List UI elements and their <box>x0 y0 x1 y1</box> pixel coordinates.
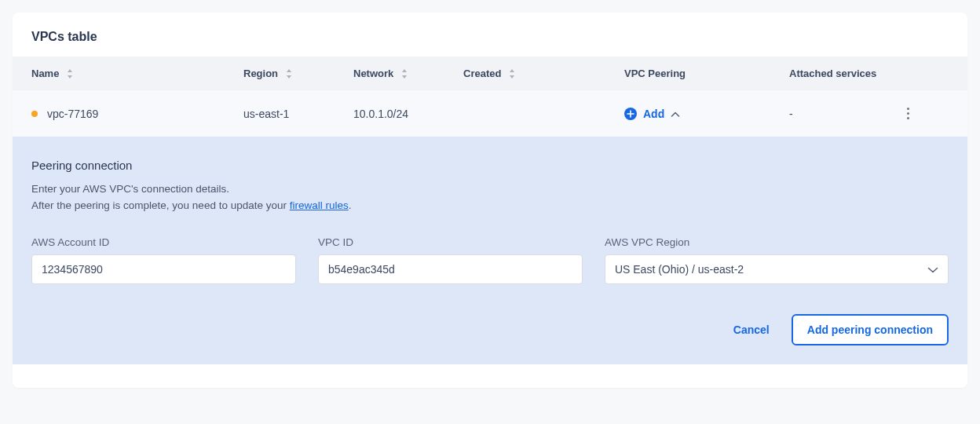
cell-network: 10.0.1.0/24 <box>342 95 452 133</box>
footer-space <box>13 364 967 388</box>
panel-desc-line1: Enter your AWS VPC's connection details. <box>31 183 229 195</box>
aws-account-id-label: AWS Account ID <box>31 236 296 248</box>
aws-account-id-input[interactable] <box>31 254 296 284</box>
peering-panel: Peering connection Enter your AWS VPC's … <box>13 137 967 364</box>
vpc-id-label: VPC ID <box>318 236 583 248</box>
col-created-label: Created <box>463 68 501 79</box>
col-peering-label: VPC Peering <box>624 68 686 79</box>
col-region[interactable]: Region <box>232 57 342 90</box>
sort-icon <box>509 69 515 79</box>
col-name[interactable]: Name <box>13 57 232 90</box>
vpcs-card: VPCs table Name Region Network <box>13 13 967 388</box>
cell-attached: - <box>778 95 892 133</box>
sort-icon <box>401 69 408 79</box>
chevron-up-icon <box>671 108 680 120</box>
aws-account-id-field: AWS Account ID <box>31 236 296 284</box>
cell-region: us-east-1 <box>232 95 342 133</box>
vpc-id-input[interactable] <box>318 254 583 284</box>
aws-region-label: AWS VPC Region <box>605 236 949 248</box>
table-row: vpc-77169 us-east-1 10.0.1.0/24 Add - <box>13 90 967 137</box>
cell-created <box>452 101 613 126</box>
col-peering: VPC Peering <box>613 57 778 90</box>
col-name-label: Name <box>31 68 59 79</box>
vpc-id-field: VPC ID <box>318 236 583 284</box>
col-actions <box>892 63 939 85</box>
panel-desc-line2-prefix: After the peering is complete, you need … <box>31 199 290 211</box>
status-dot-icon <box>31 111 38 117</box>
add-peering-button[interactable]: Add <box>624 108 680 120</box>
col-created[interactable]: Created <box>452 57 613 90</box>
cell-name: vpc-77169 <box>47 108 98 120</box>
add-label: Add <box>643 108 664 120</box>
panel-description: Enter your AWS VPC's connection details.… <box>31 181 949 214</box>
sort-icon <box>67 69 73 79</box>
add-peering-connection-button[interactable]: Add peering connection <box>792 314 949 345</box>
firewall-rules-link[interactable]: firewall rules <box>290 199 349 211</box>
col-region-label: Region <box>243 68 278 79</box>
card-title: VPCs table <box>13 13 967 57</box>
panel-desc-line2-suffix: . <box>349 199 352 211</box>
aws-region-field: AWS VPC Region US East (Ohio) / us-east-… <box>605 236 949 284</box>
plus-circle-icon <box>624 108 637 120</box>
sort-icon <box>286 69 292 79</box>
table-header: Name Region Network <box>13 57 967 90</box>
cancel-button[interactable]: Cancel <box>733 323 770 336</box>
chevron-down-icon <box>927 263 938 276</box>
col-attached: Attached services <box>778 57 892 90</box>
aws-region-select[interactable]: US East (Ohio) / us-east-2 <box>605 254 949 284</box>
row-menu-button[interactable] <box>902 103 914 124</box>
col-attached-label: Attached services <box>789 68 876 79</box>
vpcs-table: Name Region Network <box>13 57 967 388</box>
aws-region-value: US East (Ohio) / us-east-2 <box>615 263 744 276</box>
col-network[interactable]: Network <box>342 57 452 90</box>
col-network-label: Network <box>353 68 393 79</box>
panel-title: Peering connection <box>31 159 949 172</box>
